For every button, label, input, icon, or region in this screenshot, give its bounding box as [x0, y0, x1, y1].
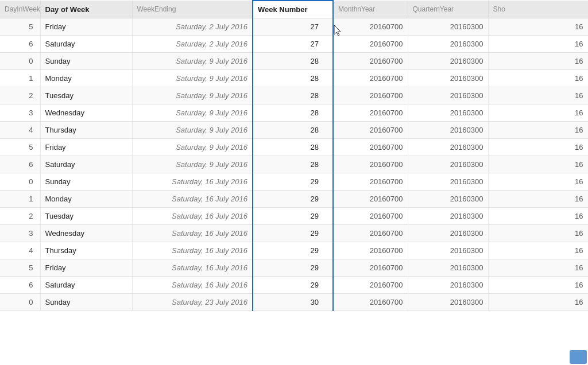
cell-weekending: Saturday, 16 July 2016 [132, 208, 253, 225]
cell-sho: 16 [488, 225, 588, 242]
cell-weeknumber: 27 [253, 18, 333, 36]
cell-weekending: Saturday, 16 July 2016 [132, 242, 253, 259]
header-dayinweek[interactable]: DayInWeek [0, 1, 40, 18]
cell-dayofweek: Tuesday [40, 208, 132, 225]
cell-quarternYear: 20160300 [408, 173, 488, 191]
cell-weeknumber: 29 [253, 191, 333, 208]
cell-sho: 16 [488, 277, 588, 294]
cell-quarternYear: 20160300 [408, 122, 488, 139]
table-row: 2TuesdaySaturday, 9 July 201628201607002… [0, 87, 588, 104]
header-sho[interactable]: Sho [488, 1, 588, 18]
header-monthnYear[interactable]: MonthnYear [333, 1, 408, 18]
cell-sho: 16 [488, 139, 588, 156]
cell-quarternYear: 20160300 [408, 225, 488, 242]
cell-quarternYear: 20160300 [408, 36, 488, 53]
table-row: 0SundaySaturday, 9 July 2016282016070020… [0, 53, 588, 70]
cell-quarternYear: 20160300 [408, 70, 488, 87]
cell-monthnYear: 20160700 [333, 36, 408, 53]
cell-quarternYear: 20160300 [408, 104, 488, 122]
cell-weeknumber: 29 [253, 208, 333, 225]
cell-dayofweek: Tuesday [40, 87, 132, 104]
cell-quarternYear: 20160300 [408, 277, 488, 294]
cell-weeknumber: 29 [253, 259, 333, 277]
cell-weeknumber: 28 [253, 122, 333, 139]
data-table: DayInWeek Day of Week WeekEnding Week Nu… [0, 0, 588, 311]
cell-sho: 16 [488, 191, 588, 208]
cell-sho: 16 [488, 156, 588, 173]
cell-quarternYear: 20160300 [408, 87, 488, 104]
cell-dayofweek: Saturday [40, 156, 132, 173]
cell-sho: 16 [488, 294, 588, 311]
cell-dayinweek: 1 [0, 191, 40, 208]
table-row: 5FridaySaturday, 2 July 2016272016070020… [0, 18, 588, 36]
cell-dayofweek: Monday [40, 191, 132, 208]
cell-dayinweek: 3 [0, 225, 40, 242]
cell-monthnYear: 20160700 [333, 122, 408, 139]
table-row: 0SundaySaturday, 23 July 201630201607002… [0, 294, 588, 311]
cell-sho: 16 [488, 87, 588, 104]
table-row: 3WednesdaySaturday, 9 July 2016282016070… [0, 104, 588, 122]
header-weeknumber[interactable]: Week Number [253, 1, 333, 18]
cell-dayinweek: 4 [0, 122, 40, 139]
cell-weekending: Saturday, 9 July 2016 [132, 139, 253, 156]
header-dayofweek[interactable]: Day of Week [40, 1, 132, 18]
table-row: 6SaturdaySaturday, 9 July 20162820160700… [0, 156, 588, 173]
cell-quarternYear: 20160300 [408, 156, 488, 173]
table-row: 6SaturdaySaturday, 16 July 2016292016070… [0, 277, 588, 294]
cell-dayinweek: 6 [0, 277, 40, 294]
header-weekending[interactable]: WeekEnding [132, 1, 253, 18]
cell-weekending: Saturday, 16 July 2016 [132, 225, 253, 242]
cell-weekending: Saturday, 16 July 2016 [132, 173, 253, 191]
cell-monthnYear: 20160700 [333, 191, 408, 208]
header-quarternYear[interactable]: QuarternYear [408, 1, 488, 18]
cell-dayofweek: Thursday [40, 122, 132, 139]
cell-monthnYear: 20160700 [333, 70, 408, 87]
cell-dayofweek: Wednesday [40, 225, 132, 242]
cell-weeknumber: 29 [253, 225, 333, 242]
cell-monthnYear: 20160700 [333, 18, 408, 36]
cell-dayinweek: 2 [0, 208, 40, 225]
cell-sho: 16 [488, 104, 588, 122]
cell-weeknumber: 28 [253, 156, 333, 173]
table-body: 5FridaySaturday, 2 July 2016272016070020… [0, 18, 588, 311]
cell-quarternYear: 20160300 [408, 18, 488, 36]
cell-quarternYear: 20160300 [408, 139, 488, 156]
table-row: 1MondaySaturday, 9 July 2016282016070020… [0, 70, 588, 87]
table-row: 3WednesdaySaturday, 16 July 201629201607… [0, 225, 588, 242]
cell-dayinweek: 5 [0, 259, 40, 277]
cell-sho: 16 [488, 18, 588, 36]
table-row: 4ThursdaySaturday, 9 July 20162820160700… [0, 122, 588, 139]
cell-quarternYear: 20160300 [408, 242, 488, 259]
cell-dayinweek: 2 [0, 87, 40, 104]
cell-monthnYear: 20160700 [333, 277, 408, 294]
cell-quarternYear: 20160300 [408, 191, 488, 208]
cell-dayinweek: 5 [0, 18, 40, 36]
cell-weeknumber: 29 [253, 173, 333, 191]
cell-weekending: Saturday, 16 July 2016 [132, 259, 253, 277]
cell-weeknumber: 29 [253, 277, 333, 294]
cell-sho: 16 [488, 208, 588, 225]
cell-monthnYear: 20160700 [333, 242, 408, 259]
cell-weekending: Saturday, 9 July 2016 [132, 104, 253, 122]
cell-monthnYear: 20160700 [333, 173, 408, 191]
cell-quarternYear: 20160300 [408, 294, 488, 311]
cell-monthnYear: 20160700 [333, 104, 408, 122]
cell-monthnYear: 20160700 [333, 156, 408, 173]
cell-quarternYear: 20160300 [408, 259, 488, 277]
cell-dayofweek: Saturday [40, 36, 132, 53]
cell-dayofweek: Saturday [40, 277, 132, 294]
cell-dayinweek: 4 [0, 242, 40, 259]
cell-weeknumber: 28 [253, 87, 333, 104]
cell-weekending: Saturday, 9 July 2016 [132, 87, 253, 104]
cell-dayofweek: Monday [40, 70, 132, 87]
cell-weeknumber: 28 [253, 139, 333, 156]
cell-dayofweek: Friday [40, 18, 132, 36]
cell-weekending: Saturday, 9 July 2016 [132, 53, 253, 70]
cell-weeknumber: 27 [253, 36, 333, 53]
cell-sho: 16 [488, 70, 588, 87]
cell-sho: 16 [488, 173, 588, 191]
table-container: DayInWeek Day of Week WeekEnding Week Nu… [0, 0, 588, 365]
table-row: 6SaturdaySaturday, 2 July 20162720160700… [0, 36, 588, 53]
watermark [570, 350, 587, 364]
cell-weekending: Saturday, 2 July 2016 [132, 18, 253, 36]
